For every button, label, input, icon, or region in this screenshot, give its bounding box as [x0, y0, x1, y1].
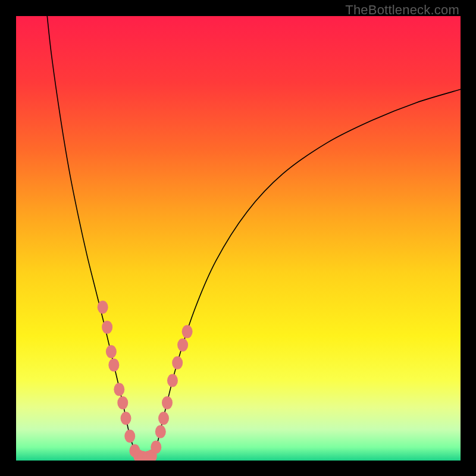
data-point — [121, 412, 131, 425]
data-point — [172, 356, 183, 369]
right-curve — [149, 89, 461, 458]
data-point — [114, 383, 124, 396]
data-point — [167, 374, 178, 387]
data-point — [155, 425, 166, 438]
chart-frame — [16, 16, 461, 461]
data-point — [124, 430, 135, 443]
data-point — [162, 396, 173, 409]
data-point — [177, 339, 188, 352]
data-point — [108, 358, 119, 371]
data-point — [151, 441, 161, 454]
data-point — [106, 345, 117, 358]
chart-curves — [16, 16, 461, 461]
data-point — [182, 325, 193, 338]
data-point — [98, 300, 108, 314]
data-point — [158, 412, 169, 425]
data-point — [102, 321, 112, 334]
data-point — [117, 396, 128, 409]
scatter-points — [98, 300, 193, 461]
left-curve — [47, 16, 140, 458]
